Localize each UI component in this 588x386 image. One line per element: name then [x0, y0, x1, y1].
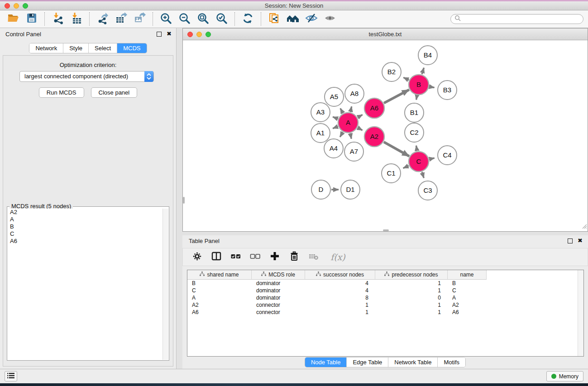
zoom-fit-button[interactable] — [194, 11, 212, 27]
close-table-panel-icon[interactable]: ✖ — [578, 237, 583, 244]
edge-B-B3[interactable] — [430, 86, 435, 87]
tab-network[interactable]: Network — [29, 43, 63, 53]
split-columns-button[interactable] — [210, 251, 222, 263]
edge-A-A3[interactable] — [333, 117, 338, 119]
table-scrollbar[interactable] — [578, 270, 583, 356]
criterion-dropdown[interactable]: largest connected component (directed) — [19, 71, 154, 82]
column-header-successor-nodes[interactable]: successor nodes — [305, 270, 375, 280]
zoom-out-button[interactable] — [175, 11, 194, 27]
column-header-mcds-role[interactable]: MCDS role — [252, 270, 305, 280]
node-A3[interactable] — [311, 103, 330, 122]
node-A1[interactable] — [311, 124, 330, 143]
hide-selected-button[interactable] — [302, 11, 320, 27]
node-D[interactable] — [311, 180, 330, 199]
resize-grip-icon[interactable] — [581, 223, 587, 231]
edge-A2-C[interactable] — [384, 142, 409, 157]
search-field[interactable] — [450, 14, 583, 24]
node-D1[interactable] — [341, 180, 360, 199]
edge-B-B4[interactable] — [422, 68, 424, 74]
table-tab-network-table[interactable]: Network Table — [388, 357, 437, 367]
task-history-button[interactable] — [5, 371, 17, 381]
run-mcds-button[interactable]: Run MCDS — [39, 87, 84, 98]
edge-A-A5[interactable] — [340, 108, 343, 113]
new-network-from-selection-button[interactable] — [265, 11, 283, 27]
table-tab-motifs[interactable]: Motifs — [437, 357, 465, 367]
column-header-name[interactable]: name — [448, 270, 487, 280]
node-B3[interactable] — [438, 81, 457, 100]
node-B4[interactable] — [418, 46, 437, 65]
delete-column-button[interactable] — [288, 251, 300, 263]
node-A8[interactable] — [345, 84, 364, 103]
memory-button[interactable]: Memory — [546, 371, 583, 381]
table-tab-edge-table[interactable]: Edge Table — [346, 357, 388, 367]
mcds-result-item[interactable]: A2 — [8, 209, 163, 216]
edge-A-A2[interactable] — [358, 128, 362, 130]
node-A[interactable] — [338, 113, 358, 133]
node-C4[interactable] — [438, 146, 457, 165]
table-row[interactable]: A6connector11A6 — [187, 309, 583, 316]
search-input[interactable] — [463, 15, 579, 23]
add-column-button[interactable] — [269, 251, 281, 263]
open-file-button[interactable] — [4, 11, 22, 27]
edge-C-C4[interactable] — [429, 158, 434, 159]
network-canvas[interactable]: A5A8A3A1A4A7AA6A2B2B4BB3B1C2CC4C1C3DD1 — [183, 41, 588, 231]
home-networks-button[interactable] — [283, 11, 302, 27]
close-panel-icon[interactable]: ✖ — [167, 30, 172, 38]
edge-A-A7[interactable] — [350, 133, 351, 139]
zoom-in-button[interactable] — [157, 11, 175, 27]
edge-A-A4[interactable] — [340, 132, 343, 137]
node-B1[interactable] — [405, 103, 424, 122]
edge-A-A8[interactable] — [350, 106, 352, 112]
node-B[interactable] — [409, 75, 429, 95]
show-hidden-button[interactable] — [320, 11, 339, 27]
import-table-button[interactable] — [67, 11, 86, 27]
mcds-result-item[interactable]: B — [8, 223, 163, 230]
node-A4[interactable] — [324, 139, 343, 158]
column-header-shared-name[interactable]: shared name — [187, 270, 252, 280]
node-C1[interactable] — [382, 164, 401, 183]
node-C2[interactable] — [405, 123, 424, 142]
edge-A6-B[interactable] — [384, 90, 409, 103]
select-all-button[interactable] — [230, 251, 242, 263]
node-B2[interactable] — [382, 62, 401, 81]
result-list-scrollbar[interactable] — [163, 209, 168, 360]
table-row[interactable]: Bdominator41B — [187, 280, 583, 287]
edge-B-B1[interactable] — [416, 95, 417, 100]
node-A6[interactable] — [364, 98, 384, 118]
edge-B-B2[interactable] — [403, 77, 409, 80]
edge-C-C3[interactable] — [422, 172, 424, 178]
table-tab-node-table[interactable]: Node Table — [305, 357, 347, 367]
node-C3[interactable] — [418, 181, 437, 200]
edge-C-C2[interactable] — [416, 146, 417, 151]
export-image-button[interactable] — [130, 11, 149, 27]
mcds-result-item[interactable]: A6 — [8, 238, 163, 245]
table-row[interactable]: Cdominator41C — [187, 287, 583, 294]
table-row[interactable]: A2connector11A2 — [187, 301, 583, 309]
table-settings-button[interactable] — [191, 251, 203, 263]
node-A7[interactable] — [344, 142, 363, 161]
refresh-button[interactable] — [239, 11, 257, 27]
export-network-button[interactable] — [93, 11, 112, 27]
horizontal-scrollbar-thumb[interactable] — [383, 229, 389, 231]
edge-A-A1[interactable] — [333, 126, 338, 128]
import-network-button[interactable] — [48, 11, 67, 27]
edge-C-C1[interactable] — [403, 166, 409, 168]
table-row[interactable]: Adominator80A — [187, 294, 583, 301]
tab-style[interactable]: Style — [63, 43, 88, 53]
close-panel-button[interactable]: Close panel — [91, 87, 138, 98]
float-table-panel-icon[interactable] — [568, 238, 573, 243]
tab-mcds[interactable]: MCDS — [117, 43, 146, 53]
node-A5[interactable] — [325, 87, 344, 106]
export-table-button[interactable] — [112, 11, 130, 27]
tab-select[interactable]: Select — [88, 43, 117, 53]
save-session-button[interactable] — [22, 11, 41, 27]
deselect-all-button[interactable] — [249, 251, 261, 263]
node-A2[interactable] — [364, 127, 384, 147]
zoom-selected-button[interactable] — [212, 11, 231, 27]
float-panel-icon[interactable] — [157, 32, 162, 37]
network-window-titlebar[interactable]: testGlobe.txt — [183, 29, 588, 40]
node-C[interactable] — [409, 152, 429, 172]
vertical-scrollbar-thumb[interactable] — [183, 197, 185, 204]
mcds-result-item[interactable]: C — [8, 230, 163, 238]
edge-A-A6[interactable] — [358, 114, 363, 117]
